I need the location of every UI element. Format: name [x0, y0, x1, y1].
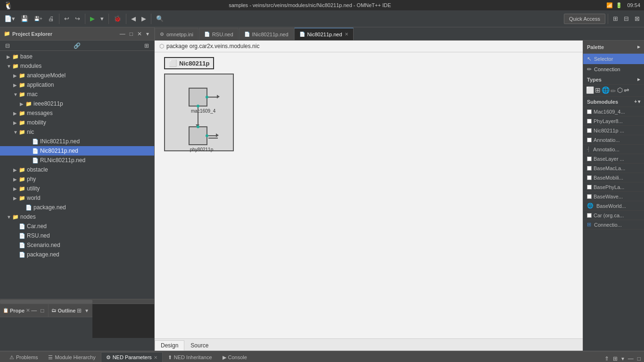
file-menu-button[interactable]: 📄▾: [2, 13, 17, 25]
palette-basewave[interactable]: BaseWave...: [583, 192, 644, 201]
palette-basephy[interactable]: BasePhyLa...: [583, 182, 644, 192]
expand-button[interactable]: ⊞: [143, 42, 150, 49]
collapse-all-button[interactable]: ⊟: [4, 42, 11, 49]
tree-item-application[interactable]: ▶ 📁 application: [0, 80, 154, 90]
maximize-panel-button[interactable]: □: [128, 30, 134, 38]
submodules-add-icon[interactable]: +: [634, 99, 637, 104]
tab-inic[interactable]: 📄 INic80211p.ned: [239, 28, 294, 40]
outline-menu-button[interactable]: ▾: [84, 307, 90, 314]
mac-submodule-node[interactable]: [189, 88, 207, 107]
tree-label-world: world: [27, 195, 41, 201]
palette-mac1609[interactable]: Mac1609_4...: [583, 107, 644, 116]
tab-rsu[interactable]: 📄 RSU.ned: [199, 28, 239, 40]
tree-item-analogueModel[interactable]: ▶ 📁 analogueModel: [0, 71, 154, 80]
palette-annotation2[interactable]: ┤ Annotatio...: [583, 145, 644, 154]
submodules-menu-icon[interactable]: ▾: [638, 99, 640, 104]
properties-tab-label[interactable]: Prope: [10, 308, 25, 313]
palette-annotation1[interactable]: Annotatio...: [583, 135, 644, 145]
submodules-section-header[interactable]: Submodules + ▾: [583, 97, 644, 107]
debug-button[interactable]: 🐞: [111, 13, 124, 25]
tab-nic80211p[interactable]: 📄 Nic80211p.ned ✕: [294, 28, 354, 40]
tree-item-world[interactable]: ▶ 📁 world: [0, 193, 154, 203]
props-min-button[interactable]: —: [30, 307, 38, 314]
properties-close-icon[interactable]: ✕: [26, 308, 30, 313]
palette-nic80211p[interactable]: Nic80211p ...: [583, 126, 644, 135]
tree-item-package-ned[interactable]: ▶ 📄 package.ned: [0, 250, 154, 259]
tree-item-mobility[interactable]: ▶ 📁 mobility: [0, 118, 154, 127]
ned-params-close[interactable]: ✕: [154, 355, 157, 360]
bottom-expand-button[interactable]: ⊞: [611, 355, 619, 362]
close-panel-button[interactable]: ✕: [136, 30, 143, 38]
tree-item-rsu[interactable]: ▶ 📄 RSU.ned: [0, 231, 154, 240]
redo-button[interactable]: ↪: [73, 13, 83, 25]
tree-item-package-ned-modules[interactable]: ▶ 📄 package.ned: [0, 203, 154, 212]
tree-item-scenario[interactable]: ▶ 📄 Scenario.ned: [0, 240, 154, 250]
tab-omnetpp[interactable]: ⚙ omnetpp.ini: [155, 28, 198, 40]
perspective3-button[interactable]: ⊠: [632, 13, 642, 25]
types-section-header[interactable]: Types ▸: [583, 74, 644, 85]
bottom-tab-module-hierarchy[interactable]: ☰ Module Hierarchy: [43, 352, 100, 362]
palette-selector[interactable]: ↖ Selector: [583, 54, 644, 64]
bottom-max-button[interactable]: □: [636, 355, 642, 362]
props-max-button[interactable]: □: [39, 307, 45, 314]
bottom-close-button[interactable]: —: [627, 355, 635, 362]
bottom-view-menu-button[interactable]: ▾: [620, 355, 626, 362]
tree-item-inic[interactable]: ▶ 📄 INic80211p.ned: [0, 137, 154, 146]
tree-item-modules[interactable]: ▼ 📁 modules: [0, 61, 154, 71]
quick-access-button[interactable]: Quick Access: [564, 14, 605, 24]
minimize-panel-button[interactable]: —: [118, 30, 127, 38]
tree-label-rlnic: RLNic80211p.ned: [40, 157, 85, 164]
perspective-button[interactable]: ⊞: [611, 13, 620, 25]
design-tab[interactable]: Design: [155, 340, 184, 351]
tree-item-rlnic[interactable]: ▶ 📄 RLNic80211p.ned: [0, 156, 154, 165]
bottom-minimize-button[interactable]: ⇑: [603, 355, 611, 362]
tab-nic-close[interactable]: ✕: [345, 32, 348, 37]
bottom-tab-console[interactable]: ▶ Console: [217, 352, 252, 362]
palette-basemac[interactable]: BaseMacLa...: [583, 164, 644, 173]
ned-diagram-canvas[interactable]: ⬜ Nic80211p: [155, 52, 583, 338]
run-button[interactable]: ▶: [88, 13, 97, 25]
tree-item-nic[interactable]: ▼ 📁 nic: [0, 127, 154, 137]
bottom-tab-ned-inheritance[interactable]: ⬆ NED Inheritance: [163, 352, 217, 362]
source-tab[interactable]: Source: [184, 340, 215, 351]
project-tree[interactable]: ▶ 📁 base ▼ 📁 modules ▶ 📁 analogueModel ▶…: [0, 51, 154, 299]
tree-item-utility[interactable]: ▶ 📁 utility: [0, 184, 154, 193]
run-dropdown-button[interactable]: ▾: [98, 13, 106, 25]
outline-expand-button[interactable]: ⊞: [75, 307, 83, 314]
palette-connection-item[interactable]: ⊞ Connectio...: [583, 220, 644, 230]
palette-basemobili[interactable]: BaseMobili...: [583, 173, 644, 182]
palette-phylayer[interactable]: PhyLayer8...: [583, 116, 644, 126]
link-editor-button[interactable]: 🔗: [72, 42, 82, 49]
tree-hscroll[interactable]: [0, 299, 154, 304]
nav-forward-button[interactable]: ▶: [139, 13, 149, 25]
undo-button[interactable]: ↩: [62, 13, 72, 25]
save-button[interactable]: 💾: [18, 13, 31, 25]
palette-title: Palette: [587, 44, 604, 50]
tree-item-messages[interactable]: ▶ 📁 messages: [0, 108, 154, 118]
tree-item-nic80211p[interactable]: ▶ 📄 Nic80211p.ned: [0, 146, 154, 156]
tree-item-car[interactable]: ▶ 📄 Car.ned: [0, 222, 154, 231]
save-all-button[interactable]: 💾+: [32, 13, 45, 25]
tree-item-nodes[interactable]: ▼ 📁 nodes: [0, 212, 154, 222]
palette-expand-icon[interactable]: ▸: [637, 44, 640, 50]
panel-menu-button[interactable]: ▾: [145, 30, 150, 38]
outline-tab-label[interactable]: Outline: [58, 308, 75, 313]
tree-item-phy[interactable]: ▶ 📁 phy: [0, 174, 154, 184]
search-button[interactable]: 🔍: [154, 13, 166, 25]
mac-arrowhead-right: [217, 95, 220, 99]
palette-baseworld[interactable]: 🌐 BaseWorld...: [583, 201, 644, 211]
tree-item-mac[interactable]: ▼ 📁 mac: [0, 90, 154, 99]
tree-item-base[interactable]: ▶ 📁 base: [0, 52, 154, 61]
print-button[interactable]: 🖨: [46, 13, 57, 25]
tree-item-obstacle[interactable]: ▶ 📁 obstacle: [0, 165, 154, 174]
bottom-tab-ned-parameters[interactable]: ⚙ NED Parameters ✕: [101, 352, 163, 362]
nav-back-button[interactable]: ◀: [129, 13, 138, 25]
compound-module-box[interactable]: mac1609_4: [164, 74, 234, 151]
perspective2-button[interactable]: ⊟: [621, 13, 631, 25]
palette-baselayer[interactable]: BaseLayer ...: [583, 154, 644, 164]
palette-connection[interactable]: ✏ Connection: [583, 64, 644, 74]
tree-item-ieee80211p[interactable]: ▶ 📁 ieee80211p: [0, 99, 154, 108]
palette-car[interactable]: Car (org.ca...: [583, 211, 644, 220]
phy-submodule-node[interactable]: [189, 126, 207, 145]
bottom-tab-problems[interactable]: ⚠ Problems: [4, 352, 43, 362]
